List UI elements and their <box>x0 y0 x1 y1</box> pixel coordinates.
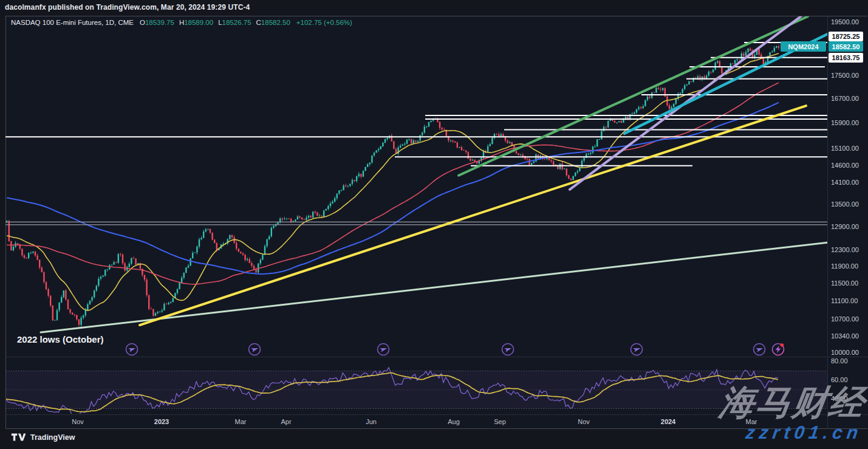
open-value: 18539.75 <box>145 19 174 26</box>
trendline-accel-purple <box>570 4 817 190</box>
ma-slow-blue <box>7 103 779 274</box>
high-label: H <box>179 19 184 26</box>
timeline-plane-icon[interactable] <box>754 344 765 355</box>
high-value: 18589.00 <box>184 19 213 26</box>
timeline-plane-icon[interactable] <box>249 344 261 355</box>
chart-legend[interactable]: NASDAQ 100 E-mini Futures, 1D, CMEO18539… <box>11 19 352 26</box>
timeline-plane-icon[interactable] <box>378 344 389 355</box>
watermark-cn: 海马财经 <box>717 385 868 420</box>
series-symbol-tag[interactable]: NQM2024 <box>781 41 826 52</box>
candles-layer <box>6 45 779 327</box>
tradingview-attribution[interactable]: TradingView <box>11 433 75 442</box>
tradingview-brand-text: TradingView <box>30 433 75 442</box>
lows-annotation[interactable]: 2022 lows (October) <box>17 334 104 344</box>
close-value: 18582.50 <box>261 19 290 26</box>
watermark-url: zzrt01.cn <box>745 423 864 442</box>
close-label: C <box>256 19 261 26</box>
timeline-flash-icon[interactable] <box>773 343 784 355</box>
published-chart-page: dacolmanfx published on TradingView.com,… <box>0 0 868 449</box>
rsi-pane <box>6 368 827 416</box>
change-value: +102.75 (+0.56%) <box>296 19 352 26</box>
trendline-channel-green <box>459 16 808 176</box>
support-resistance-levels[interactable] <box>5 43 827 225</box>
timeline-plane-icon[interactable] <box>502 344 514 355</box>
level-price-label-lower[interactable]: 18163.75 <box>829 53 863 63</box>
timeline-plane-icon[interactable] <box>631 344 643 355</box>
timeline-plane-icon[interactable] <box>126 344 138 355</box>
level-price-label-upper[interactable]: 18725.25 <box>829 32 863 41</box>
tradingview-logo-icon <box>11 433 26 442</box>
trendlines-layer[interactable] <box>41 4 827 332</box>
symbol-title: NASDAQ 100 E-mini Futures, 1D, CME <box>11 19 134 26</box>
low-value: 18526.75 <box>222 19 251 26</box>
ma-fast-yellow <box>7 53 779 310</box>
chart-canvas[interactable] <box>0 0 868 449</box>
open-label: O <box>140 19 145 26</box>
trendline-major-yellow <box>140 106 806 325</box>
last-price-label[interactable]: 18582.50 <box>829 41 863 52</box>
